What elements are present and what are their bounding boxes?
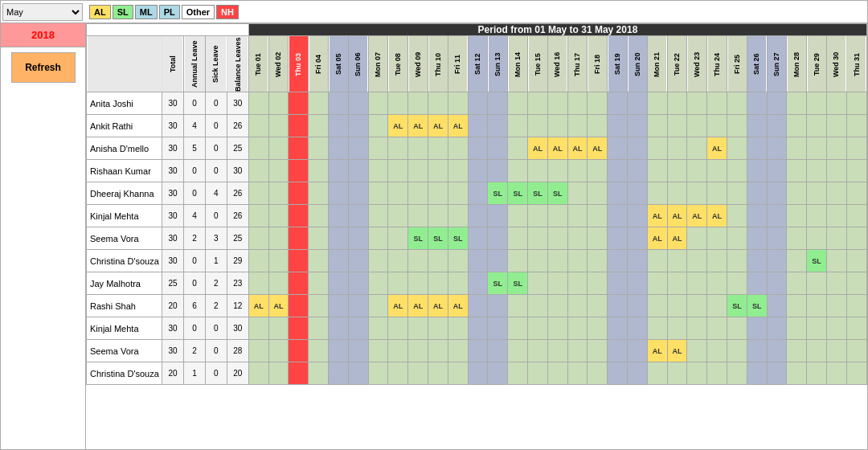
day-cell-9-08: AL	[388, 295, 408, 317]
day-cell-0-07	[368, 92, 388, 115]
stat-0-11: 30	[162, 340, 183, 362]
day-cell-0-25	[727, 92, 747, 115]
day-cell-8-15	[528, 272, 548, 295]
day-cell-10-02	[268, 317, 289, 340]
day-cell-5-12	[468, 205, 488, 227]
stat-3-5: 26	[227, 205, 248, 227]
day-cell-5-08	[388, 205, 408, 227]
day-header-14: Mon 14	[508, 36, 528, 92]
day-cell-3-26	[747, 160, 767, 182]
stat-1-8: 0	[184, 272, 206, 295]
stat-3-12: 20	[227, 362, 248, 385]
stat-1-11: 2	[184, 340, 206, 362]
day-cell-1-24	[707, 115, 727, 137]
day-cell-8-29	[807, 272, 827, 295]
day-cell-12-18	[588, 362, 608, 385]
day-cell-11-03	[289, 340, 309, 362]
day-cell-12-30	[826, 362, 846, 385]
day-cell-2-30	[826, 137, 846, 160]
day-cell-8-06	[348, 272, 368, 295]
day-cell-10-15	[528, 317, 548, 340]
stat-1-6: 2	[184, 227, 206, 250]
stat-2-6: 3	[205, 227, 227, 250]
day-cell-11-16	[547, 340, 567, 362]
day-cell-0-31	[846, 92, 866, 115]
day-cell-1-27	[767, 115, 787, 137]
day-cell-8-22	[667, 272, 687, 295]
day-cell-3-27	[767, 160, 787, 182]
day-cell-7-04	[309, 250, 329, 272]
day-cell-0-10	[428, 92, 448, 115]
day-cell-4-03	[289, 182, 309, 205]
day-header-24: Thu 24	[707, 36, 727, 92]
day-cell-4-22	[667, 182, 687, 205]
stat-2-5: 0	[205, 205, 227, 227]
day-cell-0-17	[567, 92, 588, 115]
day-cell-1-21	[647, 115, 667, 137]
day-cell-8-16	[547, 272, 567, 295]
day-cell-9-12	[468, 295, 488, 317]
day-cell-8-31	[846, 272, 866, 295]
stat-2-9: 2	[205, 295, 227, 317]
day-cell-8-11	[448, 272, 468, 295]
day-cell-5-21: AL	[647, 205, 667, 227]
legend-item-ml: ML	[135, 5, 158, 19]
day-cell-2-22	[667, 137, 687, 160]
day-cell-11-30	[826, 340, 846, 362]
day-cell-12-09	[408, 362, 428, 385]
stat-0-1: 30	[162, 115, 183, 137]
day-cell-7-02	[268, 250, 289, 272]
day-cell-12-04	[309, 362, 329, 385]
day-cell-1-15	[528, 115, 548, 137]
day-cell-2-24: AL	[707, 137, 727, 160]
day-cell-5-01	[248, 205, 268, 227]
day-cell-6-13	[488, 227, 508, 250]
day-cell-1-07	[368, 115, 388, 137]
day-cell-10-23	[687, 317, 707, 340]
col-total-th: Total	[162, 36, 183, 92]
day-header-05: Sat 05	[329, 36, 349, 92]
day-cell-6-09: SL	[408, 227, 428, 250]
day-cell-7-01	[248, 250, 268, 272]
day-cell-10-28	[787, 317, 807, 340]
day-cell-6-07	[368, 227, 388, 250]
day-cell-6-16	[547, 227, 567, 250]
employee-name-2: Anisha D'mello	[87, 137, 162, 160]
day-cell-8-12	[468, 272, 488, 295]
day-cell-4-16: SL	[547, 182, 567, 205]
day-cell-1-29	[807, 115, 827, 137]
day-cell-4-15: SL	[528, 182, 548, 205]
day-cell-4-18	[588, 182, 608, 205]
day-cell-4-01	[248, 182, 268, 205]
day-cell-7-23	[687, 250, 707, 272]
stat-3-11: 28	[227, 340, 248, 362]
stat-0-0: 30	[162, 92, 183, 115]
day-cell-7-13	[488, 250, 508, 272]
day-cell-6-22: AL	[667, 227, 687, 250]
day-cell-4-09	[408, 182, 428, 205]
day-cell-9-11: AL	[448, 295, 468, 317]
employee-name-0: Anita Joshi	[87, 92, 162, 115]
day-cell-10-06	[348, 317, 368, 340]
day-cell-5-20	[628, 205, 648, 227]
day-cell-9-27	[767, 295, 787, 317]
day-cell-9-10: AL	[428, 295, 448, 317]
day-cell-6-28	[787, 227, 807, 250]
day-cell-5-06	[348, 205, 368, 227]
day-header-15: Tue 15	[528, 36, 548, 92]
day-cell-10-31	[846, 317, 866, 340]
day-cell-12-16	[547, 362, 567, 385]
refresh-button[interactable]: Refresh	[11, 52, 76, 83]
day-cell-10-13	[488, 317, 508, 340]
day-cell-12-11	[448, 362, 468, 385]
col-name-th	[87, 36, 162, 92]
stat-0-7: 30	[162, 250, 183, 272]
month-select[interactable]: JanuaryFebruaryMarchAprilMayJuneJulyAugu…	[2, 3, 83, 21]
day-cell-3-01	[248, 160, 268, 182]
day-cell-8-17	[567, 272, 588, 295]
day-cell-5-13	[488, 205, 508, 227]
day-header-28: Mon 28	[787, 36, 807, 92]
grid-container[interactable]: Period from 01 May to 31 May 2018TotalAn…	[86, 23, 867, 449]
day-cell-12-29	[807, 362, 827, 385]
day-cell-7-20	[628, 250, 648, 272]
